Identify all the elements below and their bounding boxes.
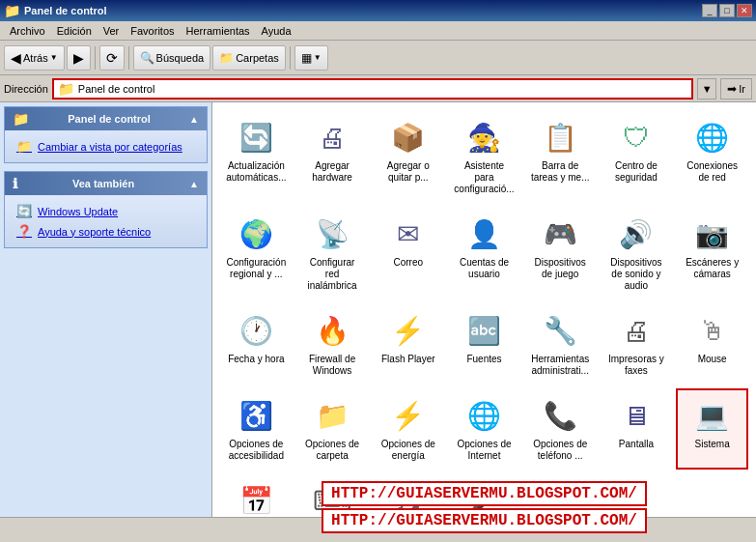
forward-button[interactable]: ▶: [67, 45, 91, 71]
icon-item-16[interactable]: 🔥Firewall de Windows: [296, 303, 369, 385]
close-button[interactable]: ✕: [737, 4, 752, 17]
icon-item-19[interactable]: 🔧Herramientas administrati...: [524, 303, 597, 385]
icon-label-18: Fuentes: [466, 354, 501, 365]
addressbar-folder-icon: 📁: [58, 81, 74, 97]
sidebar-item-icon-ayuda: ❓: [16, 224, 32, 239]
icon-image-30: ⌨: [313, 481, 351, 517]
icon-item-14[interactable]: 📷Escáneres y cámaras: [676, 207, 748, 300]
icon-item-24[interactable]: ⚡Opciones de energía: [372, 388, 444, 470]
icon-image-10: ✉: [389, 214, 428, 253]
icon-image-25: 🌐: [464, 396, 503, 435]
icon-item-17[interactable]: ⚡Flash Player: [372, 303, 444, 385]
sidebar-item-ayuda[interactable]: ❓ Ayuda y soporte técnico: [13, 221, 199, 242]
refresh-button[interactable]: ⟳: [99, 45, 125, 71]
folders-button[interactable]: 📁 Carpetas: [212, 45, 286, 71]
icon-item-1[interactable]: 🔄Actualización automáticas...: [220, 110, 293, 203]
icon-item-21[interactable]: 🖱Mouse: [676, 303, 748, 385]
icon-image-17: ⚡: [389, 311, 428, 350]
go-label: Ir: [739, 83, 745, 95]
sidebar-section-header-1[interactable]: 📁 Panel de control ▲: [5, 107, 207, 130]
icon-item-10[interactable]: ✉Correo: [372, 207, 444, 300]
icon-label-3: Agregar o quitar p...: [378, 160, 438, 184]
menu-archivo[interactable]: Archivo: [4, 23, 51, 39]
view-icon: ▦: [301, 51, 312, 65]
icon-label-2: Agregar hardware: [302, 160, 363, 184]
addressbar: Dirección 📁 ▼ ➡ Ir: [0, 75, 756, 102]
icon-label-16: Firewall de Windows: [302, 354, 363, 377]
search-icon: 🔍: [140, 51, 154, 65]
icon-item-32[interactable]: 🎤Voz: [448, 473, 520, 517]
view-dropdown-icon: ▼: [314, 53, 322, 62]
sidebar-item-label-ayuda: Ayuda y soporte técnico: [38, 226, 151, 238]
go-button[interactable]: ➡ Ir: [720, 78, 752, 100]
menu-favoritos[interactable]: Favoritos: [125, 23, 180, 39]
addressbar-label: Dirección: [4, 83, 48, 95]
sidebar-header-icon-2: ℹ: [13, 176, 17, 191]
search-button[interactable]: 🔍 Búsqueda: [133, 45, 211, 71]
sidebar-section-header-2[interactable]: ℹ Vea también ▲: [5, 172, 207, 195]
icon-image-20: 🖨: [617, 311, 656, 350]
icon-item-25[interactable]: 🌐Opciones de Internet: [448, 388, 520, 470]
icon-item-29[interactable]: 📅Tareas programadas: [220, 473, 293, 517]
icon-item-30[interactable]: ⌨Teclado: [296, 473, 369, 517]
titlebar-left: 📁 Panel de control: [4, 3, 107, 18]
icon-item-4[interactable]: 🧙Asistente para configuració...: [448, 110, 520, 203]
icon-item-22[interactable]: ♿Opciones de accesibilidad: [220, 388, 293, 470]
icons-area: 🔄Actualización automáticas...🖨Agregar ha…: [212, 102, 756, 517]
icon-item-20[interactable]: 🖨Impresoras y faxes: [601, 303, 673, 385]
icon-label-13: Dispositivos de sonido y audio: [606, 257, 667, 292]
go-arrow-icon: ➡: [727, 82, 737, 96]
addressbar-input[interactable]: [78, 83, 687, 95]
icon-item-15[interactable]: 🕐Fecha y hora: [220, 303, 293, 385]
icon-image-22: ♿: [237, 396, 275, 435]
icon-item-31[interactable]: 🎵VIA HD Audio Deck: [372, 473, 444, 517]
icon-image-32: 🎤: [464, 481, 503, 517]
sidebar-section-body-2: 🔄 Windows Update ❓ Ayuda y soporte técni…: [5, 195, 207, 247]
menu-ver[interactable]: Ver: [98, 23, 126, 39]
icon-image-13: 🔊: [617, 214, 656, 253]
menu-herramientas[interactable]: Herramientas: [181, 23, 256, 39]
sidebar-collapse-icon-1: ▲: [189, 114, 199, 125]
addressbar-dropdown-button[interactable]: ▼: [697, 78, 716, 100]
minimize-button[interactable]: _: [702, 4, 717, 17]
menu-ayuda[interactable]: Ayuda: [256, 23, 297, 39]
icon-item-5[interactable]: 📋Barra de tareas y me...: [524, 110, 597, 203]
back-button[interactable]: ◀ Atrás ▼: [4, 45, 65, 71]
sidebar-collapse-icon-2: ▲: [189, 179, 199, 189]
icon-item-26[interactable]: 📞Opciones de teléfono ...: [524, 388, 597, 470]
icon-item-7[interactable]: 🌐Conexiones de red: [676, 110, 748, 203]
icon-item-11[interactable]: 👤Cuentas de usuario: [448, 207, 520, 300]
icon-image-29: 📅: [237, 481, 275, 517]
icon-image-27: 🖥: [617, 396, 656, 435]
icon-item-6[interactable]: 🛡Centro de seguridad: [601, 110, 673, 203]
icon-item-8[interactable]: 🌍Configuración regional y ...: [220, 207, 293, 300]
icon-item-27[interactable]: 🖥Pantalla: [601, 388, 673, 470]
icon-item-18[interactable]: 🔤Fuentes: [448, 303, 520, 385]
icon-image-31: 🎵: [389, 481, 428, 517]
icon-image-14: 📷: [693, 214, 732, 253]
icon-item-2[interactable]: 🖨Agregar hardware: [296, 110, 369, 203]
sidebar-item-label-update: Windows Update: [38, 206, 118, 217]
view-button[interactable]: ▦ ▼: [294, 45, 328, 71]
sidebar-section-title-2: Vea también: [72, 178, 134, 189]
icon-item-28[interactable]: 💻Sistema: [676, 388, 748, 470]
menu-edicion[interactable]: Edición: [51, 23, 98, 39]
icon-label-28: Sistema: [695, 439, 730, 450]
icon-label-7: Conexiones de red: [682, 160, 742, 184]
forward-icon: ▶: [73, 50, 84, 66]
icon-item-13[interactable]: 🔊Dispositivos de sonido y audio: [601, 207, 673, 300]
sidebar-section-vea-tambien: ℹ Vea también ▲ 🔄 Windows Update ❓ Ayuda…: [4, 171, 208, 248]
sidebar-item-windows-update[interactable]: 🔄 Windows Update: [13, 201, 199, 221]
sidebar-item-categorias[interactable]: 📁 Cambiar a vista por categorías: [13, 136, 199, 157]
icon-label-12: Dispositivos de juego: [530, 257, 591, 280]
icon-item-23[interactable]: 📁Opciones de carpeta: [296, 388, 369, 470]
sidebar-section-control-panel: 📁 Panel de control ▲ 📁 Cambiar a vista p…: [4, 106, 208, 163]
maximize-button[interactable]: □: [719, 4, 735, 17]
icon-label-19: Herramientas administrati...: [530, 354, 591, 377]
icon-item-3[interactable]: 📦Agregar o quitar p...: [372, 110, 444, 203]
icon-item-9[interactable]: 📡Configurar red inalámbrica: [296, 207, 369, 300]
sidebar-header-icon-1: 📁: [13, 111, 29, 127]
icon-item-12[interactable]: 🎮Dispositivos de juego: [524, 207, 597, 300]
icon-label-23: Opciones de carpeta: [302, 439, 363, 462]
icon-label-14: Escáneres y cámaras: [682, 257, 742, 280]
